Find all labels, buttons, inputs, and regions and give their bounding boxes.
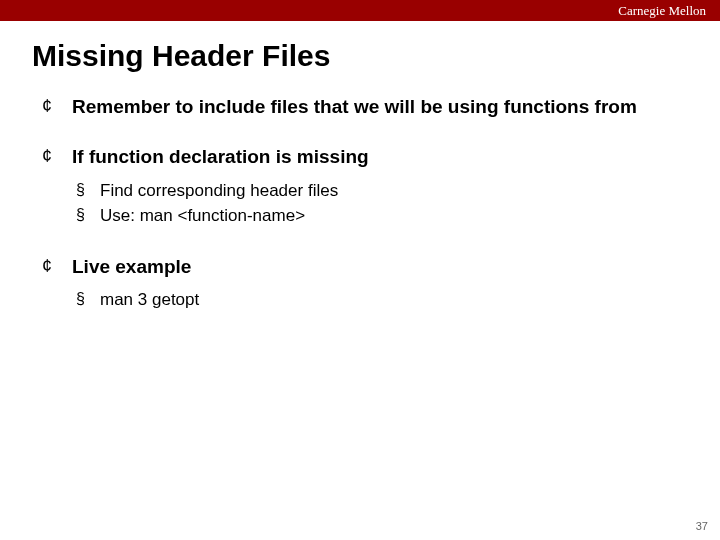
sub-bullet-item: man 3 getopt [72, 287, 680, 313]
page-number: 37 [696, 520, 708, 532]
bullet-item: If function declaration is missing Find … [42, 145, 680, 228]
brand-text: Carnegie Mellon [618, 3, 706, 19]
bullet-text: Live example [72, 256, 191, 277]
bullet-text: If function declaration is missing [72, 146, 369, 167]
bullet-item: Remember to include files that we will b… [42, 95, 680, 119]
sub-bullet-item: Use: man <function-name> [72, 203, 680, 229]
slide-title: Missing Header Files [32, 39, 720, 73]
bullet-item: Live example man 3 getopt [42, 255, 680, 313]
slide-content: Remember to include files that we will b… [0, 95, 720, 312]
sub-bullet-item: Find corresponding header files [72, 178, 680, 204]
bullet-text: Remember to include files that we will b… [72, 96, 637, 117]
header-bar: Carnegie Mellon [0, 0, 720, 21]
